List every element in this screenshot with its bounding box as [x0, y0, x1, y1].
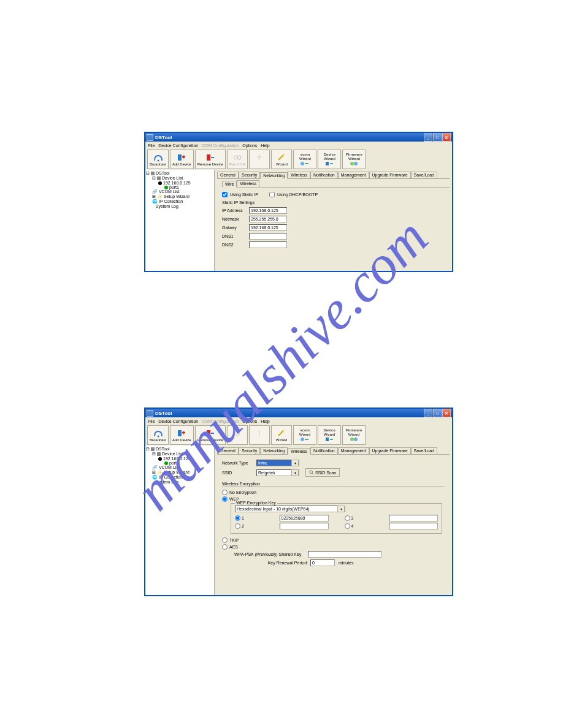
menu-options[interactable]: Options — [242, 419, 257, 423]
minimize-button[interactable]: _ — [424, 409, 432, 417]
device-wizard-button[interactable]: Device Wizard — [318, 150, 341, 169]
dhcp-checkbox[interactable] — [269, 192, 275, 197]
vcom-wizard-icon — [300, 161, 310, 166]
tab-save-load[interactable]: Save/Load — [411, 172, 437, 178]
static-ip-group-label: Static IP Settings — [222, 200, 445, 205]
menu-options[interactable]: Options — [242, 143, 257, 148]
remove-device-button[interactable]: Remove Device — [195, 150, 226, 169]
menu-help[interactable]: Help — [261, 143, 269, 148]
ssid-dropdown[interactable]: Reigntek ▾ — [256, 469, 299, 476]
firmware-wizard-button[interactable]: Firmware Wizard — [342, 425, 366, 445]
device-wizard-button[interactable]: Device Wizard — [318, 425, 341, 445]
broadcast-button[interactable]: Broadcast — [147, 150, 169, 169]
wep-key-3-input[interactable] — [389, 515, 438, 521]
tab-general[interactable]: General — [217, 447, 239, 454]
close-button[interactable]: ✕ — [442, 133, 451, 142]
wep-key-4-radio[interactable] — [345, 523, 350, 529]
device-tree[interactable]: ⊟ DSTool ⊟ Device List 192.168.0.125 por… — [145, 170, 215, 271]
dns1-input[interactable] — [249, 233, 287, 240]
pair-com-label: Pair COM — [229, 162, 245, 166]
wizard-button[interactable]: Wizard — [271, 425, 292, 445]
tree-ip-collection[interactable]: 🌐 IP Collection — [146, 475, 213, 480]
tab-notification[interactable]: Notification — [310, 447, 338, 454]
add-device-button[interactable]: Add Device — [170, 425, 194, 445]
key-renewal-input[interactable] — [310, 559, 335, 566]
broadcast-icon — [153, 153, 163, 162]
broadcast-button[interactable]: Broadcast — [147, 425, 169, 445]
gateway-input[interactable] — [249, 224, 287, 231]
wep-key-2-radio[interactable] — [235, 523, 240, 529]
ip-address-input[interactable] — [249, 207, 287, 214]
tree-system-log[interactable]: System Log — [146, 204, 213, 208]
wep-key-3-radio[interactable] — [345, 515, 350, 521]
tab-security[interactable]: Security — [239, 172, 260, 178]
wizard-button[interactable]: Wizard — [271, 150, 292, 169]
tab-wireless[interactable]: Wireless — [288, 172, 310, 178]
aes-radio[interactable] — [222, 544, 228, 550]
tab-networking[interactable]: Networking — [260, 172, 288, 179]
tkip-radio[interactable] — [222, 537, 228, 543]
tab-notification[interactable]: Notification — [310, 172, 338, 178]
aes-label: AES — [229, 545, 238, 549]
menu-file[interactable]: File — [148, 143, 155, 148]
no-encryption-label: No Encryption — [229, 490, 256, 495]
remove-device-label: Remove Device — [197, 162, 223, 166]
tree-device-list[interactable]: ⊟ Device List — [146, 176, 213, 181]
tab-upgrade-firmware[interactable]: Upgrade Firmware — [369, 172, 411, 178]
static-ip-checkbox[interactable] — [222, 192, 228, 197]
tree-root[interactable]: ⊟ DSTool — [146, 171, 213, 176]
tab-management[interactable]: Management — [338, 172, 369, 178]
tree-ip-collection[interactable]: 🌐 IP Collection — [146, 199, 213, 204]
tree-device-list[interactable]: ⊟ Device List — [146, 452, 213, 457]
vcom-wizard-button[interactable]: vcom Wizard — [293, 150, 316, 169]
wep-key-4-input[interactable] — [389, 523, 438, 529]
no-encryption-radio[interactable] — [222, 490, 228, 495]
wep-key-2-input[interactable] — [280, 523, 329, 529]
wep-key-1-radio[interactable] — [235, 515, 240, 521]
device-wizard-bot: Wizard — [324, 157, 335, 161]
tab-security[interactable]: Security — [239, 447, 260, 454]
tab-networking[interactable]: Networking — [260, 447, 288, 454]
vcom-wizard-button[interactable]: vcom Wizard — [293, 425, 316, 445]
dns2-input[interactable] — [249, 241, 287, 248]
wep-key-4-label: 4 — [351, 524, 354, 528]
menu-device-config[interactable]: Device Configuration — [158, 143, 198, 148]
tab-general[interactable]: General — [217, 172, 239, 178]
menu-device-config[interactable]: Device Configuration — [158, 419, 198, 423]
subtab-wire[interactable]: Wire — [222, 181, 237, 188]
firmware-wizard-button[interactable]: Firmware Wizard — [342, 150, 366, 169]
tab-save-load[interactable]: Save/Load — [411, 447, 437, 454]
netmask-input[interactable] — [249, 216, 287, 222]
svg-rect-22 — [326, 438, 329, 441]
sub-tabs: Wire Wireless — [215, 179, 452, 187]
close-button[interactable]: ✕ — [442, 409, 451, 417]
tree-ip[interactable]: 192.168.0.125 — [146, 457, 213, 461]
config-panel: General Security Networking Wireless Not… — [215, 446, 452, 595]
tab-wireless[interactable]: Wireless — [288, 448, 310, 455]
wep-radio[interactable] — [222, 496, 228, 502]
wep-key-1-input[interactable] — [280, 515, 329, 521]
tab-management[interactable]: Management — [338, 447, 369, 454]
network-type-dropdown[interactable]: Infra. ▾ — [256, 460, 299, 466]
maximize-button[interactable]: □ — [433, 409, 442, 417]
tree-ip[interactable]: 192.168.0.125 — [146, 181, 213, 185]
subtab-wireless[interactable]: Wireless — [237, 180, 259, 187]
tree-root[interactable]: ⊟ DSTool — [146, 447, 213, 452]
add-device-button[interactable]: Add Device — [170, 150, 194, 169]
wep-format-dropdown[interactable]: Hexadecimal Input - 10 digits(WEP64) ▾ — [235, 506, 345, 512]
menu-file[interactable]: File — [148, 419, 155, 423]
device-tree[interactable]: ⊟ DSTool ⊟ Device List 192.168.0.125 por… — [145, 446, 215, 595]
psk-input[interactable] — [308, 551, 381, 558]
minimize-button[interactable]: _ — [424, 133, 432, 142]
menu-help[interactable]: Help — [261, 419, 269, 423]
remove-device-icon — [205, 429, 215, 438]
menu-com-config: COM Configuration — [202, 143, 239, 148]
ssid-scan-button[interactable]: SSID Scan — [305, 468, 340, 477]
tree-system-log[interactable]: System Log — [146, 480, 213, 484]
maximize-button[interactable]: □ — [433, 133, 442, 142]
remove-device-button[interactable]: Remove Device — [195, 425, 226, 445]
config-panel: General Security Networking Wireless Not… — [215, 170, 452, 271]
device-wizard-top: Device — [323, 428, 335, 432]
tab-upgrade-firmware[interactable]: Upgrade Firmware — [369, 447, 411, 454]
vcom-wizard-bot: Wizard — [299, 433, 311, 436]
